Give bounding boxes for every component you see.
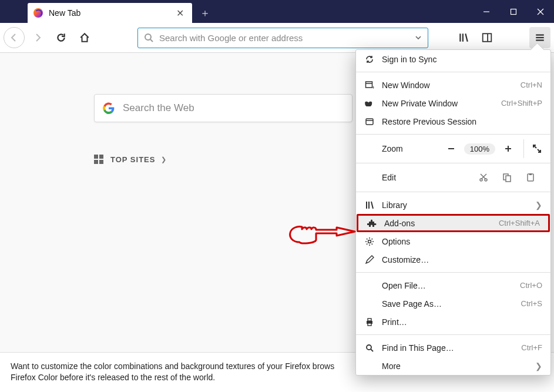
svg-rect-38 (368, 323, 371, 326)
url-bar[interactable]: Search with Google or enter address (137, 28, 428, 48)
content-search-placeholder: Search the Web (123, 102, 194, 114)
menu-sign-in[interactable]: Sign in to Sync (356, 50, 550, 68)
printer-icon (364, 317, 375, 327)
home-button[interactable] (74, 27, 95, 48)
chevron-down-icon[interactable]: ❯ (161, 156, 166, 163)
window-controls (473, 0, 554, 23)
url-placeholder: Search with Google or enter address (159, 33, 415, 43)
sync-icon (364, 54, 375, 65)
svg-line-40 (371, 349, 373, 351)
svg-rect-37 (368, 319, 371, 321)
search-dropdown-icon[interactable] (415, 34, 422, 41)
svg-rect-31 (529, 173, 532, 175)
menu-save-page[interactable]: Save Page As… Ctrl+S (356, 294, 550, 313)
restore-icon (364, 116, 375, 127)
svg-rect-29 (506, 176, 511, 182)
maximize-button[interactable] (500, 0, 527, 23)
content-search-box[interactable]: Search the Web (94, 94, 352, 122)
navigation-toolbar: Search with Google or enter address (0, 23, 554, 53)
menu-edit-row: Edit (356, 167, 550, 188)
search-icon (144, 33, 153, 42)
window-icon: + (364, 80, 375, 91)
tab-title: New Tab (49, 8, 174, 18)
fullscreen-button[interactable] (523, 139, 542, 158)
cut-button[interactable] (472, 173, 495, 182)
svg-point-35 (368, 240, 371, 243)
sidebar-button[interactable] (476, 27, 498, 48)
menu-library[interactable]: Library ❯ (356, 196, 550, 214)
titlebar: New Tab ✕ ＋ (0, 0, 554, 23)
svg-text:+: + (372, 85, 374, 90)
menu-find[interactable]: Find in This Page… Ctrl+F (356, 339, 550, 357)
pointer-annotation (287, 219, 357, 247)
app-menu: Sign in to Sync + New Window Ctrl+N New … (355, 49, 551, 376)
svg-rect-9 (483, 33, 492, 42)
svg-line-5 (150, 39, 153, 42)
library-icon (364, 200, 375, 210)
search-icon (364, 343, 375, 353)
google-icon (103, 102, 115, 114)
svg-rect-1 (511, 9, 516, 14)
chevron-right-icon: ❯ (535, 361, 542, 371)
menu-restore-session[interactable]: Restore Previous Session (356, 112, 550, 130)
svg-line-34 (371, 202, 373, 209)
svg-rect-14 (366, 82, 372, 88)
minimize-button[interactable] (473, 0, 500, 23)
puzzle-icon (367, 218, 377, 229)
menu-open-file[interactable]: Open File… Ctrl+O (356, 276, 550, 294)
svg-point-39 (367, 345, 371, 350)
close-tab-button[interactable]: ✕ (174, 8, 186, 19)
forward-button[interactable] (27, 27, 48, 48)
menu-addons[interactable]: Add-ons Ctrl+Shift+A (357, 214, 550, 232)
top-sites-label: TOP SITES (110, 155, 155, 164)
gear-icon (364, 236, 375, 247)
svg-line-8 (465, 33, 467, 42)
paste-button[interactable] (519, 173, 542, 182)
paintbrush-icon (364, 254, 375, 265)
close-window-button[interactable] (527, 0, 554, 23)
new-tab-button[interactable]: ＋ (196, 4, 214, 22)
zoom-in-button[interactable] (499, 139, 518, 158)
menu-new-window[interactable]: + New Window Ctrl+N (356, 76, 550, 94)
svg-rect-17 (366, 119, 373, 125)
library-button[interactable] (453, 27, 474, 48)
reload-button[interactable] (51, 27, 72, 48)
menu-options[interactable]: Options (356, 232, 550, 250)
svg-point-4 (145, 34, 151, 40)
zoom-out-button[interactable] (442, 139, 461, 158)
menu-more[interactable]: More ❯ (356, 357, 550, 375)
mask-icon (364, 98, 375, 109)
copy-button[interactable] (495, 173, 519, 182)
grid-icon (94, 155, 103, 164)
menu-print[interactable]: Print… (356, 313, 550, 331)
back-button[interactable] (4, 27, 25, 48)
browser-tab[interactable]: New Tab ✕ (28, 3, 192, 23)
chevron-right-icon: ❯ (535, 200, 542, 210)
menu-zoom-row: Zoom 100% (356, 138, 550, 159)
firefox-favicon (33, 8, 43, 18)
menu-new-private-window[interactable]: New Private Window Ctrl+Shift+P (356, 94, 550, 112)
zoom-value: 100% (464, 143, 495, 155)
menu-customize[interactable]: Customize… (356, 250, 550, 269)
